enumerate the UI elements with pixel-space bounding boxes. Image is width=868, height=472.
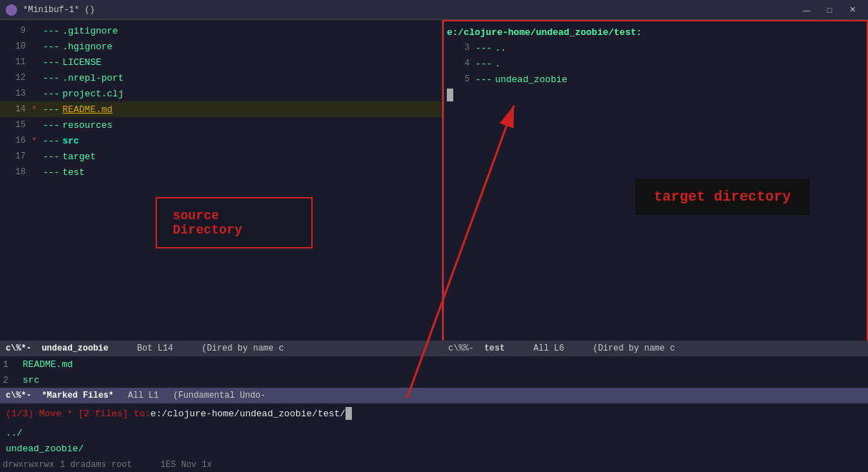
right-code-line-3: 3--- .. (444, 40, 867, 56)
right-status-middle: All L6 (533, 343, 564, 353)
line-number: 13 (3, 89, 26, 99)
editor-area: 9--- .gitignore10--- .hgignore11--- LICE… (0, 20, 868, 472)
maximize-button[interactable]: □ (819, 3, 839, 17)
left-code-line-11: 11--- LICENSE (0, 54, 442, 70)
line-number: 17 (3, 151, 26, 161)
marked-files-left: 1 README.md 2 src (0, 356, 443, 388)
line-filename: test (62, 167, 84, 178)
line-dashes: --- (43, 104, 59, 115)
line-filename: target (62, 151, 96, 162)
window-controls[interactable]: — □ ✕ (797, 3, 862, 17)
line-filename: .nrepl-port (62, 73, 123, 84)
left-status-right: (Dired by name c (201, 343, 283, 353)
right-side-empty (443, 356, 868, 388)
marked-file-2: 2 src (0, 372, 443, 388)
app-icon (6, 4, 17, 16)
line-number: 9 (3, 26, 26, 36)
line-number: 11 (3, 57, 26, 67)
prompt-value: e:/clojure-home/undead_zoobie/test/ (151, 408, 345, 419)
prompt-cursor (345, 407, 352, 420)
left-status-middle: Bot L14 (137, 343, 173, 353)
line-filename: LICENSE (62, 57, 101, 68)
left-status-left: c\%*- undead_zoobie (6, 343, 108, 353)
close-button[interactable]: ✕ (842, 3, 862, 17)
ls-output: ../ undead_zoobie/ (0, 423, 868, 458)
minimize-button[interactable]: — (797, 3, 817, 17)
line-number: 14 (3, 104, 26, 114)
right-status-bar: c\%%- test All L6 (Dired by name c (443, 341, 868, 356)
marked-files-status-bar: c\%*- *Marked Files* All L1 (Fundamental… (0, 388, 443, 403)
titlebar-left: *Minibuf-1* () (6, 4, 95, 16)
right-code-line-6 (444, 87, 867, 103)
left-code-line-13: 13--- project.clj (0, 86, 442, 101)
line-dashes: --- (43, 73, 59, 84)
line-number: 10 (3, 41, 26, 51)
prompt-line[interactable]: (1/3) Move * [2 files] to: e:/clojure-ho… (3, 405, 865, 422)
left-status-bar: c\%*- undead_zoobie Bot L14 (Dired by na… (0, 341, 443, 356)
left-code-line-12: 12--- .nrepl-port (0, 70, 442, 86)
ls-line-2: undead_zoobie/ (3, 441, 865, 456)
minibuf-prompt[interactable]: (1/3) Move * [2 files] to: e:/clojure-ho… (0, 403, 868, 423)
right-code-line-5: 5--- undead_zoobie (444, 71, 867, 87)
ls-line-1: ../ (3, 425, 865, 441)
line-filename: src (62, 136, 79, 146)
marked-file-1: 1 README.md (0, 356, 443, 372)
left-code-line-10: 10--- .hgignore (0, 39, 442, 54)
status-row-1: c\%*- undead_zoobie Bot L14 (Dired by na… (0, 341, 868, 356)
ls-permissions-line: drwxrwxrwx 1 dradams root 1ES Nov 1x (0, 458, 868, 472)
right-status-right: (Dired by name c (592, 343, 675, 353)
line-dashes: --- (43, 26, 59, 36)
marked-files-row: 1 README.md 2 src (0, 356, 868, 388)
marked-status-left: c\%*- *Marked Files* (6, 391, 113, 401)
line-dashes: --- (43, 89, 59, 99)
line-marker: * (31, 104, 43, 115)
line-filename: resources (62, 120, 112, 131)
line-number: 18 (3, 167, 26, 177)
marked-status-middle: All L1 (128, 391, 158, 401)
line-dashes: --- (43, 136, 59, 146)
line-number: 16 (3, 136, 26, 146)
left-code-line-9: 9--- .gitignore (0, 23, 442, 39)
titlebar: *Minibuf-1* () — □ ✕ (0, 0, 868, 20)
right-status-bar-2 (443, 388, 868, 403)
left-code-line-16: 16*--- src (0, 133, 442, 149)
line-number: 12 (3, 73, 26, 83)
line-filename: README.md (62, 104, 112, 115)
line-dashes: --- (43, 41, 59, 52)
line-marker: * (31, 136, 43, 146)
line-filename: .hgignore (62, 41, 112, 52)
left-code-line-18: 18--- test (0, 164, 442, 180)
text-cursor (447, 89, 453, 101)
line-filename: .gitignore (62, 26, 118, 36)
bottom-section: c\%*- undead_zoobie Bot L14 (Dired by na… (0, 341, 868, 472)
right-status-left: c\%%- test (448, 343, 505, 353)
left-code-line-15: 15--- resources (0, 117, 442, 133)
right-code-line-4: 4--- . (444, 56, 867, 71)
window-title: *Minibuf-1* () (23, 5, 95, 15)
line-dashes: --- (43, 120, 59, 131)
line-number: 15 (3, 120, 26, 130)
status-row-2: c\%*- *Marked Files* All L1 (Fundamental… (0, 388, 868, 403)
line-dashes: --- (43, 57, 59, 68)
line-filename: project.clj (62, 89, 123, 99)
prompt-prefix: (1/3) Move * [2 files] to: (6, 408, 151, 419)
line-dashes: --- (43, 167, 59, 178)
left-code-line-14: 14*--- README.md (0, 101, 442, 117)
right-path-line: e:/clojure-home/undead_zoobie/test: (444, 24, 867, 40)
marked-status-right: (Fundamental Undo- (173, 391, 266, 401)
line-dashes: --- (43, 151, 59, 162)
left-code-line-17: 17--- target (0, 149, 442, 164)
